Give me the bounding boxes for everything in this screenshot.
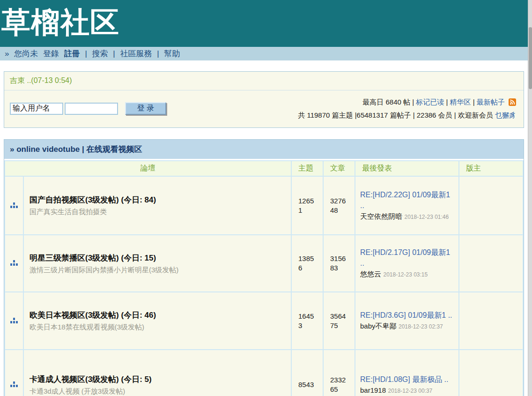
login-status-text: 您尚未 (14, 49, 38, 58)
topics-count: 12651 (291, 176, 323, 235)
posts-count: 327648 (323, 176, 355, 235)
col-header-topics: 主題 (291, 161, 323, 176)
topics-count: 13856 (291, 235, 323, 292)
board-stats: 最高日 6840 帖 | 标记已读 | 精华区 | 最新帖子 共 119870 … (298, 96, 518, 121)
forum-link[interactable]: 国产自拍视频区(3级发帖) (今日: 84) (30, 194, 286, 205)
forum-status-icon (5, 292, 23, 350)
rss-icon[interactable] (509, 97, 516, 109)
separator: | (412, 98, 414, 106)
last-post-cell: RE:[HD/2.17G] 01/09最新1 .. 悠悠云 2018-12-23… (355, 235, 459, 292)
forum-row: 卡通成人视频区(3级发帖) (今日: 5) 卡通3d成人视频 (开放3级发帖) … (5, 350, 523, 396)
last-post-link[interactable]: RE:[HD/2.17G] 01/09最新1 .. (360, 248, 450, 267)
site-header: 草榴社区 (0, 0, 528, 47)
nav-search-link[interactable]: 搜索 (92, 49, 108, 58)
last-post-link[interactable]: RE:[HD/3.6G] 01/09最新1 .. (360, 311, 452, 319)
login-form: 登 录 (10, 96, 166, 121)
forum-description: 激情三级片断国际国内禁播小片断明星(3级发帖) (30, 266, 286, 275)
moderator-cell (459, 176, 523, 235)
col-header-lastpost: 最後發表 (355, 161, 459, 176)
forum-status-icon (5, 350, 23, 396)
last-post-time: 2018-12-23 03:15 (383, 271, 428, 278)
forum-description: 欧美日本18禁在线观看视频(3级发帖) (30, 323, 286, 332)
separator: | (157, 49, 159, 58)
last-post-time: 2018-12-23 01:46 (404, 214, 449, 220)
stats-line-1: 最高日 6840 帖 | 标记已读 | 精华区 | 最新帖子 (298, 96, 516, 109)
stats-line-2: 共 119870 篇主题 |65481317 篇帖子 | 22386 会员 | … (298, 109, 516, 121)
forum-link[interactable]: 欧美日本视频区(3级发帖) (今日: 46) (30, 310, 286, 321)
table-header-row: 論壇 主題 文章 最後發表 版主 (5, 161, 523, 176)
nav-login-link[interactable]: 登錄 (43, 49, 59, 58)
forum-description: 国产真实生活自我拍摄类 (30, 208, 286, 217)
moderator-cell (459, 292, 523, 350)
last-post-user[interactable]: 天空依然阴暗 (360, 212, 402, 220)
password-input[interactable] (65, 103, 118, 115)
totals-text: 共 119870 篇主题 |65481317 篇帖子 | 22386 会员 | … (298, 111, 493, 119)
forum-link[interactable]: 明星三级禁播区(3级发帖) (今日: 15) (30, 253, 286, 263)
announcement-link[interactable]: 吉束 ..(07-13 0:54) (4, 72, 524, 90)
notice-login-box: 吉束 ..(07-13 0:54) 登 录 最高日 6840 帖 | 标记已读 … (4, 71, 524, 128)
moderator-cell (459, 235, 523, 292)
forum-page: 草榴社区 » 您尚未 登錄 註冊 | 搜索 | 社區服務 | 幫助 吉束 ..(… (0, 0, 532, 396)
last-post-link[interactable]: RE:[HD/2.22G] 01/09最新1 .. (360, 191, 450, 209)
latest-posts-link[interactable]: 最新帖子 (477, 98, 505, 106)
posts-count: 233265 (323, 350, 355, 396)
scrollbar-thumb[interactable] (529, 27, 532, 89)
last-post-user[interactable]: 悠悠云 (360, 270, 381, 278)
forum-description: 卡通3d成人视频 (开放3级发帖) (30, 387, 286, 396)
last-post-time: 2018-12-23 02:37 (399, 323, 443, 330)
last-post-time: 2018-12-23 00:37 (388, 388, 433, 394)
separator: | (446, 98, 448, 106)
separator: | (473, 98, 475, 106)
forum-link[interactable]: 卡通成人视频区(3级发帖) (今日: 5) (30, 374, 286, 385)
posts-count: 356475 (323, 292, 355, 350)
last-post-cell: RE:[HD/1.08G] 最新极品 .. bar1918 2018-12-23… (355, 350, 459, 396)
last-post-user[interactable]: bar1918 (360, 386, 386, 394)
username-input[interactable] (10, 103, 63, 115)
last-post-link[interactable]: RE:[HD/1.08G] 最新极品 .. (360, 375, 448, 383)
topics-count: 16453 (291, 292, 323, 350)
newest-member-link[interactable]: 乜獬豸 (495, 111, 516, 119)
page-scrollbar[interactable] (528, 0, 532, 396)
category-title[interactable]: » online videotube | 在线观看视频区 (4, 140, 524, 159)
last-post-user[interactable]: baby不卑鄙 (360, 322, 397, 330)
last-post-cell: RE:[HD/2.22G] 01/09最新1 .. 天空依然阴暗 2018-12… (355, 176, 459, 235)
forum-row: 欧美日本视频区(3级发帖) (今日: 46) 欧美日本18禁在线观看视频(3级发… (5, 292, 523, 350)
separator: | (85, 49, 87, 58)
topics-count: 8543 (291, 350, 323, 396)
digest-link[interactable]: 精华区 (450, 98, 471, 106)
separator: | (113, 49, 115, 58)
navbar-arrow: » (5, 49, 9, 58)
max-daily-posts: 最高日 6840 帖 (362, 98, 410, 106)
site-logo: 草榴社区 (0, 0, 528, 45)
login-button[interactable]: 登 录 (125, 102, 166, 115)
posts-count: 315683 (323, 235, 355, 292)
nav-services-link[interactable]: 社區服務 (120, 49, 152, 58)
forum-row: 国产自拍视频区(3级发帖) (今日: 84) 国产真实生活自我拍摄类 12651… (5, 176, 523, 235)
last-post-cell: RE:[HD/3.6G] 01/09最新1 .. baby不卑鄙 2018-12… (355, 292, 459, 350)
moderator-cell (459, 350, 523, 396)
top-navbar: » 您尚未 登錄 註冊 | 搜索 | 社區服務 | 幫助 (0, 47, 528, 60)
col-header-moderator: 版主 (459, 161, 523, 176)
forum-table: 論壇 主題 文章 最後發表 版主 国产自拍视频区(3级发帖) (今日: 84) … (4, 160, 524, 396)
forum-status-icon (5, 176, 23, 235)
col-header-forum: 論壇 (5, 161, 291, 176)
col-header-posts: 文章 (323, 161, 355, 176)
forum-row: 明星三级禁播区(3级发帖) (今日: 15) 激情三级片断国际国内禁播小片断明星… (5, 235, 523, 292)
nav-register-link[interactable]: 註冊 (64, 49, 80, 58)
nav-help-link[interactable]: 幫助 (164, 49, 180, 58)
forum-category-panel: » online videotube | 在线观看视频区 論壇 主題 文章 最後… (4, 139, 524, 396)
mark-read-link[interactable]: 标记已读 (416, 98, 444, 106)
forum-status-icon (5, 235, 23, 292)
